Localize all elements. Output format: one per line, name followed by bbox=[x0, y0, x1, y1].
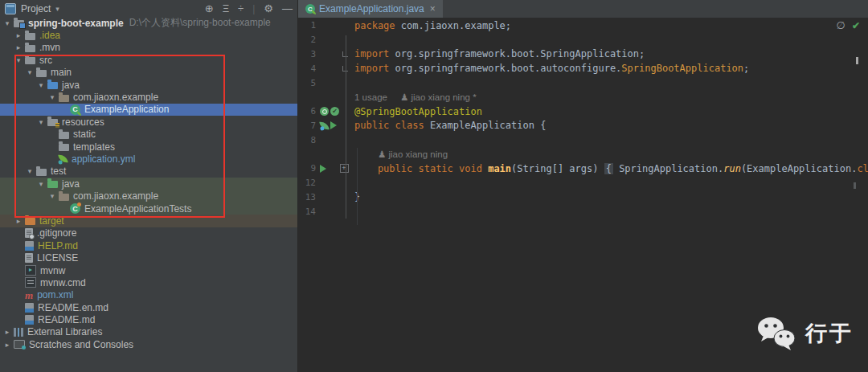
locate-file-icon[interactable]: ⊕ bbox=[205, 2, 214, 14]
wechat-logo-icon bbox=[755, 316, 797, 351]
chevron-down-icon[interactable]: ▾ bbox=[26, 68, 34, 76]
spring-boot-icon[interactable]: ✔ bbox=[330, 107, 339, 116]
tree-row-external-libraries[interactable]: ▸External Libraries bbox=[0, 326, 297, 338]
code-line-7: 7public class ExampleApplication { bbox=[298, 119, 868, 133]
tree-row-idea[interactable]: ▸.idea bbox=[0, 29, 297, 41]
code-token: { bbox=[540, 120, 546, 131]
tree-row-src[interactable]: ▾src bbox=[0, 54, 297, 66]
highlighting-off-eye-icon[interactable]: ∅ bbox=[837, 19, 845, 31]
tree-row-readme-md[interactable]: README.md bbox=[0, 313, 297, 325]
inlay-hint-text: ♟ jiao xiang ning * bbox=[400, 92, 477, 102]
collapse-all-icon[interactable]: Ξ bbox=[223, 2, 229, 14]
chevron-right-icon[interactable]: ▸ bbox=[3, 328, 11, 336]
run-icon[interactable] bbox=[320, 165, 326, 173]
tree-label: README.md bbox=[38, 314, 95, 325]
tree-row-pom-xml[interactable]: mpom.xml bbox=[0, 289, 297, 301]
code-line-9: 9+ public static void main(String[] args… bbox=[298, 161, 868, 176]
chevron-down-icon[interactable]: ▾ bbox=[3, 19, 11, 27]
chevron-right-icon[interactable]: ▸ bbox=[14, 31, 23, 39]
maven-icon: m bbox=[25, 291, 33, 300]
tree-label: static bbox=[73, 129, 96, 140]
tree-row-main[interactable]: ▾main bbox=[0, 67, 297, 79]
tree-row-target[interactable]: ▸target bbox=[0, 215, 297, 227]
inspections-widget: ∅ ✔ bbox=[837, 19, 860, 31]
tree-row-resources[interactable]: ▾resources bbox=[0, 116, 297, 128]
code-line-2: 2 bbox=[298, 33, 868, 47]
chevron-down-icon[interactable]: ▾ bbox=[55, 5, 59, 13]
ide-window: Project ▾ ⊕ Ξ ÷ | ⚙ — ▾spring-boot-examp… bbox=[0, 0, 868, 372]
chevron-right-icon[interactable]: ▸ bbox=[3, 341, 11, 349]
tree-row-application-yml[interactable]: application.yml bbox=[0, 153, 297, 165]
tree-row-static[interactable]: static bbox=[0, 129, 297, 141]
tree-row-exampleapplicationtests[interactable]: CExampleApplicationTests bbox=[0, 202, 297, 215]
tree-row-help-md[interactable]: HELP.md bbox=[0, 239, 297, 251]
spring-bean-icon[interactable] bbox=[320, 107, 329, 116]
folder-orange-icon bbox=[25, 216, 35, 225]
tree-row-com-jiaoxn-example[interactable]: ▾com.jiaoxn.example bbox=[0, 190, 297, 202]
indent-guide bbox=[357, 148, 358, 225]
hide-panel-icon[interactable]: — bbox=[282, 2, 293, 14]
tree-row-mvnw[interactable]: ▸mvnw bbox=[0, 264, 297, 276]
tree-row-com-jiaoxn-example[interactable]: ▾com.jiaoxn.example bbox=[0, 91, 297, 103]
chevron-right-icon[interactable]: ▸ bbox=[14, 217, 23, 225]
tree-label: test bbox=[51, 166, 66, 177]
error-stripe-mark[interactable] bbox=[856, 57, 858, 64]
tree-row-scratches-and-consoles[interactable]: ▸Scratches and Consoles bbox=[0, 338, 297, 350]
line-number: 8 bbox=[298, 135, 318, 145]
folder-project-icon bbox=[14, 18, 24, 27]
folder-icon bbox=[25, 31, 35, 40]
tree-label: HELP.md bbox=[38, 240, 78, 251]
code-token: @SpringBootApplication bbox=[354, 106, 482, 117]
inlay-hint-row: ♟ jiao xiang ning bbox=[298, 147, 868, 161]
close-icon[interactable]: × bbox=[430, 3, 436, 14]
tree-row-test[interactable]: ▾test bbox=[0, 166, 297, 178]
tree-row-templates[interactable]: templates bbox=[0, 141, 297, 153]
tree-row-exampleapplication[interactable]: CExampleApplication bbox=[0, 104, 297, 116]
tree-label: External Libraries bbox=[27, 326, 102, 337]
wechat-watermark: 行于 bbox=[755, 316, 854, 351]
error-stripe-mark[interactable] bbox=[854, 182, 856, 189]
tree-label: src bbox=[39, 55, 52, 66]
tree-row-mvn[interactable]: ▸.mvn bbox=[0, 42, 297, 54]
package-icon bbox=[59, 192, 69, 201]
code-line-3: 3import org.springframework.boot.SpringA… bbox=[298, 47, 868, 62]
gear-icon[interactable]: ⚙ bbox=[264, 2, 273, 14]
run-icon[interactable] bbox=[330, 121, 337, 129]
chevron-down-icon[interactable]: ▾ bbox=[37, 118, 45, 126]
expand-all-icon[interactable]: ÷ bbox=[238, 2, 244, 14]
code-token: { bbox=[604, 163, 613, 174]
chevron-down-icon[interactable]: ▾ bbox=[48, 93, 56, 101]
code-token: (ExampleApplication. bbox=[741, 163, 858, 174]
tab-example-application[interactable]: C ExampleApplication.java × bbox=[298, 0, 443, 18]
doc-gear-icon bbox=[25, 228, 33, 238]
inlay-hint-text: ♟ jiao xiang ning bbox=[378, 149, 448, 159]
spring-leaf-icon[interactable] bbox=[319, 121, 329, 130]
tree-row-readme-en-md[interactable]: README.en.md bbox=[0, 301, 297, 313]
toolbar-separator: | bbox=[252, 3, 255, 14]
tree-label: java bbox=[62, 80, 80, 91]
tree-row-java[interactable]: ▾java bbox=[0, 178, 297, 190]
chevron-down-icon[interactable]: ▾ bbox=[48, 192, 56, 200]
chevron-right-icon[interactable]: ▸ bbox=[14, 43, 23, 51]
editor-tab-bar: C ExampleApplication.java × bbox=[298, 0, 868, 18]
tree-row-gitignore[interactable]: .gitignore bbox=[0, 227, 297, 239]
folder-icon bbox=[36, 167, 47, 176]
chevron-down-icon[interactable]: ▾ bbox=[14, 56, 23, 64]
tree-row-spring-boot-example[interactable]: ▾spring-boot-exampleD:\个人资料\spring-boot-… bbox=[0, 17, 297, 29]
code-token: ExampleApplication bbox=[430, 120, 540, 131]
fold-expand-icon[interactable]: + bbox=[340, 164, 349, 173]
no-problems-check-icon[interactable]: ✔ bbox=[852, 20, 860, 31]
code-editor[interactable]: 1package com.jiaoxn.example;23import org… bbox=[298, 18, 868, 219]
tree-label: ExampleApplication bbox=[84, 104, 169, 115]
chevron-down-icon[interactable]: ▾ bbox=[37, 180, 45, 188]
tree-row-license[interactable]: LICENSE bbox=[0, 251, 297, 264]
line-number: 12 bbox=[298, 178, 318, 188]
tree-row-java[interactable]: ▾java bbox=[0, 79, 297, 91]
code-token: public class bbox=[354, 120, 430, 131]
tree-row-mvnw-cmd[interactable]: mvnw.cmd bbox=[0, 276, 297, 288]
code-token: package bbox=[354, 20, 401, 31]
chevron-down-icon[interactable]: ▾ bbox=[37, 81, 45, 89]
fold-region-icon[interactable] bbox=[342, 66, 348, 72]
chevron-down-icon[interactable]: ▾ bbox=[26, 167, 34, 175]
fold-region-icon[interactable] bbox=[342, 51, 348, 57]
